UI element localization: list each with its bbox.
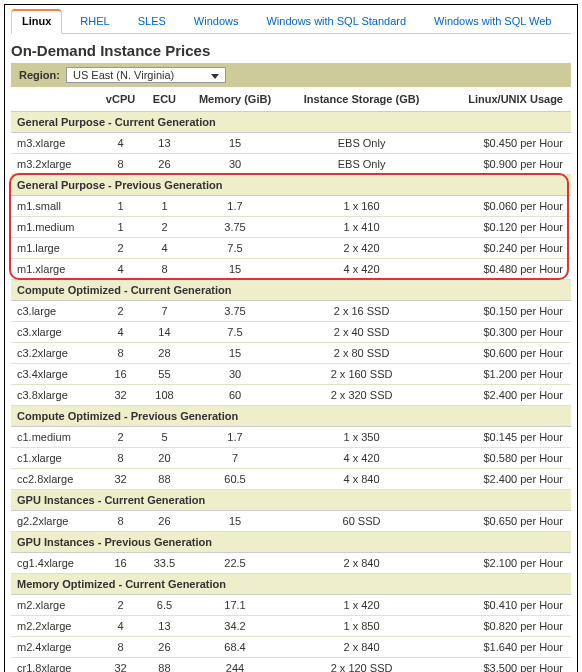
cell-vcpu: 16	[97, 553, 143, 574]
cell-vcpu: 4	[97, 259, 143, 280]
cell-usage: $0.240 per Hour	[438, 238, 571, 259]
section-header: General Purpose - Current Generation	[11, 112, 571, 133]
table-row: c1.xlarge82074 x 420$0.580 per Hour	[11, 448, 571, 469]
cell-mem: 3.75	[185, 301, 285, 322]
table-row: m2.4xlarge82668.42 x 840$1.640 per Hour	[11, 637, 571, 658]
cell-storage: 2 x 80 SSD	[285, 343, 439, 364]
column-header: Linux/UNIX Usage	[438, 87, 571, 112]
table-row: m1.large247.52 x 420$0.240 per Hour	[11, 238, 571, 259]
cell-usage: $0.650 per Hour	[438, 511, 571, 532]
table-row: c3.xlarge4147.52 x 40 SSD$0.300 per Hour	[11, 322, 571, 343]
cell-storage: 2 x 160 SSD	[285, 364, 439, 385]
cell-name: c1.medium	[11, 427, 97, 448]
tab-windows[interactable]: Windows	[184, 11, 249, 33]
table-row: m3.xlarge41315EBS Only$0.450 per Hour	[11, 133, 571, 154]
cell-name: cg1.4xlarge	[11, 553, 97, 574]
cell-storage: 2 x 320 SSD	[285, 385, 439, 406]
cell-ecu: 28	[144, 343, 186, 364]
section-header: Memory Optimized - Current Generation	[11, 574, 571, 595]
cell-usage: $3.500 per Hour	[438, 658, 571, 673]
table-row: g2.2xlarge8261560 SSD$0.650 per Hour	[11, 511, 571, 532]
section-header: General Purpose - Previous Generation	[11, 175, 571, 196]
tab-rhel[interactable]: RHEL	[70, 11, 119, 33]
cell-vcpu: 8	[97, 511, 143, 532]
cell-ecu: 5	[144, 427, 186, 448]
cell-vcpu: 1	[97, 217, 143, 238]
cell-ecu: 33.5	[144, 553, 186, 574]
cell-storage: 2 x 840	[285, 637, 439, 658]
region-selected-value: US East (N. Virginia)	[73, 69, 174, 81]
cell-mem: 15	[185, 259, 285, 280]
cell-usage: $0.145 per Hour	[438, 427, 571, 448]
cell-mem: 15	[185, 343, 285, 364]
cell-name: m1.xlarge	[11, 259, 97, 280]
cell-name: m2.4xlarge	[11, 637, 97, 658]
section-header: GPU Instances - Previous Generation	[11, 532, 571, 553]
cell-vcpu: 8	[97, 343, 143, 364]
cell-vcpu: 1	[97, 196, 143, 217]
column-header	[11, 87, 97, 112]
os-tabs: LinuxRHELSLESWindowsWindows with SQL Sta…	[11, 9, 571, 34]
cell-vcpu: 2	[97, 238, 143, 259]
cell-ecu: 2	[144, 217, 186, 238]
tab-windows-with-sql-web[interactable]: Windows with SQL Web	[424, 11, 561, 33]
cell-storage: 2 x 40 SSD	[285, 322, 439, 343]
cell-vcpu: 2	[97, 595, 143, 616]
cell-usage: $0.600 per Hour	[438, 343, 571, 364]
cell-usage: $0.410 per Hour	[438, 595, 571, 616]
cell-storage: 2 x 16 SSD	[285, 301, 439, 322]
section-header: Compute Optimized - Current Generation	[11, 280, 571, 301]
cell-mem: 60.5	[185, 469, 285, 490]
cell-vcpu: 8	[97, 154, 143, 175]
tab-windows-with-sql-standard[interactable]: Windows with SQL Standard	[256, 11, 416, 33]
table-row: c3.large273.752 x 16 SSD$0.150 per Hour	[11, 301, 571, 322]
region-label: Region:	[19, 69, 60, 81]
cell-storage: 1 x 850	[285, 616, 439, 637]
cell-vcpu: 32	[97, 658, 143, 673]
cell-mem: 34.2	[185, 616, 285, 637]
section-title: GPU Instances - Current Generation	[11, 490, 571, 511]
cell-storage: EBS Only	[285, 154, 439, 175]
cell-ecu: 20	[144, 448, 186, 469]
tab-sles[interactable]: SLES	[128, 11, 176, 33]
table-row: m2.2xlarge41334.21 x 850$0.820 per Hour	[11, 616, 571, 637]
section-title: General Purpose - Current Generation	[11, 112, 571, 133]
cell-mem: 22.5	[185, 553, 285, 574]
cell-mem: 1.7	[185, 427, 285, 448]
cell-vcpu: 4	[97, 133, 143, 154]
cell-vcpu: 2	[97, 301, 143, 322]
page-frame: LinuxRHELSLESWindowsWindows with SQL Sta…	[4, 4, 578, 672]
cell-name: m1.large	[11, 238, 97, 259]
page-title: On-Demand Instance Prices	[11, 42, 571, 59]
column-header: vCPU	[97, 87, 143, 112]
cell-mem: 30	[185, 154, 285, 175]
column-header: Memory (GiB)	[185, 87, 285, 112]
table-row: m1.small111.71 x 160$0.060 per Hour	[11, 196, 571, 217]
cell-vcpu: 8	[97, 637, 143, 658]
cell-usage: $2.400 per Hour	[438, 385, 571, 406]
cell-ecu: 88	[144, 469, 186, 490]
cell-ecu: 55	[144, 364, 186, 385]
cell-ecu: 26	[144, 511, 186, 532]
cell-storage: 60 SSD	[285, 511, 439, 532]
cell-mem: 15	[185, 511, 285, 532]
cell-mem: 3.75	[185, 217, 285, 238]
region-bar: Region: US East (N. Virginia)	[11, 63, 571, 87]
cell-usage: $1.200 per Hour	[438, 364, 571, 385]
region-select[interactable]: US East (N. Virginia)	[66, 67, 226, 83]
cell-name: c3.8xlarge	[11, 385, 97, 406]
pricing-table: vCPUECUMemory (GiB)Instance Storage (GB)…	[11, 87, 571, 672]
pricing-table-wrap: vCPUECUMemory (GiB)Instance Storage (GB)…	[11, 87, 571, 672]
cell-name: c1.xlarge	[11, 448, 97, 469]
cell-ecu: 26	[144, 637, 186, 658]
cell-usage: $1.640 per Hour	[438, 637, 571, 658]
tab-linux[interactable]: Linux	[11, 9, 62, 34]
cell-ecu: 88	[144, 658, 186, 673]
cell-name: cr1.8xlarge	[11, 658, 97, 673]
cell-vcpu: 4	[97, 616, 143, 637]
cell-vcpu: 4	[97, 322, 143, 343]
cell-storage: 2 x 420	[285, 238, 439, 259]
cell-name: g2.2xlarge	[11, 511, 97, 532]
table-row: cc2.8xlarge328860.54 x 840$2.400 per Hou…	[11, 469, 571, 490]
cell-storage: 2 x 120 SSD	[285, 658, 439, 673]
